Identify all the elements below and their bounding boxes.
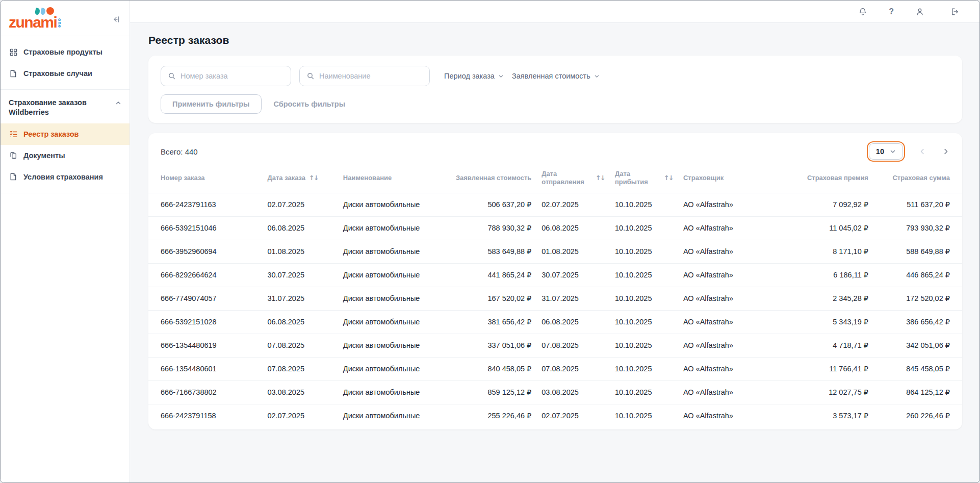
table-cell: 01.08.2025 (536, 240, 610, 263)
table-cell: 666-7166738802 (148, 380, 262, 404)
table-cell: 10.10.2025 (610, 263, 678, 287)
table-row[interactable]: 666-242379115802.07.2025Диски автомобиль… (148, 404, 962, 427)
list-check-icon (9, 130, 18, 138)
name-input[interactable] (319, 72, 423, 80)
table-row[interactable]: 666-135448060107.08.2025Диски автомобиль… (148, 357, 962, 380)
column-header[interactable]: Дата заказа↑↓ (262, 167, 338, 193)
sort-arrows-icon[interactable]: ↑↓ (664, 174, 673, 182)
logout-button[interactable] (950, 7, 959, 16)
table-cell: АО «Alfastrah» (678, 193, 779, 216)
sidebar-item-insurance-products[interactable]: Страховые продукты (1, 41, 130, 63)
table-cell: 3 573,17 ₽ (779, 404, 873, 427)
table-cell: Диски автомобильные (338, 216, 450, 240)
total-count: Всего: 440 (161, 147, 198, 156)
chevron-up-icon (115, 100, 121, 106)
table-body: 666-242379116302.07.2025Диски автомобиль… (148, 193, 962, 427)
table-cell: 666-2423791163 (148, 193, 262, 216)
sidebar: zunami one Страховые проду (1, 1, 130, 482)
table-cell: 840 458,05 ₽ (450, 357, 536, 380)
table-row[interactable]: 666-716673880203.08.2025Диски автомобиль… (148, 380, 962, 404)
logo-suffix: one (57, 18, 62, 28)
logo-drops-icon (35, 7, 54, 15)
order-number-input[interactable] (180, 72, 284, 80)
sidebar-item-insurance-cases[interactable]: Страховые случаи (1, 63, 130, 84)
sidebar-item-label: Документы (23, 151, 65, 160)
sidebar-header: zunami one (1, 1, 130, 36)
table-row[interactable]: 666-135448061907.08.2025Диски автомобиль… (148, 334, 962, 357)
table-row[interactable]: 666-774907405731.07.2025Диски автомобиль… (148, 287, 962, 310)
sidebar-item-documents[interactable]: Документы (1, 145, 130, 166)
sidebar-section-wildberries[interactable]: Страхование заказов Wildberries (1, 90, 130, 122)
table-cell: АО «Alfastrah» (678, 357, 779, 380)
table-cell: 06.08.2025 (536, 310, 610, 334)
notifications-button[interactable] (858, 7, 867, 16)
table-cell: АО «Alfastrah» (678, 263, 779, 287)
apply-filters-button[interactable]: Применить фильтры (161, 94, 262, 114)
table-row[interactable]: 666-242379116302.07.2025Диски автомобиль… (148, 193, 962, 216)
column-header-label: Заявленная стоимость (456, 174, 531, 182)
orders-table-panel: Всего: 440 10 (148, 133, 962, 429)
bell-icon (858, 7, 867, 16)
order-period-dropdown[interactable]: Период заказа (444, 72, 504, 80)
table-cell: 02.07.2025 (262, 404, 338, 427)
previous-page-button[interactable] (918, 147, 926, 156)
table-cell: 666-2423791158 (148, 404, 262, 427)
table-cell: 666-5392151028 (148, 310, 262, 334)
column-header: Номер заказа (148, 167, 262, 193)
reset-filters-button[interactable]: Сбросить фильтры (269, 100, 351, 108)
table-row[interactable]: 666-539215104606.08.2025Диски автомобиль… (148, 216, 962, 240)
search-icon (168, 72, 176, 80)
sort-arrows-icon[interactable]: ↑↓ (596, 174, 605, 182)
table-cell: Диски автомобильные (338, 404, 450, 427)
table-cell: 10.10.2025 (610, 310, 678, 334)
table-cell: 788 930,32 ₽ (450, 216, 536, 240)
column-header-label: Страховая сумма (892, 174, 950, 182)
chevron-down-icon (498, 73, 504, 79)
table-row[interactable]: 666-395296069401.08.2025Диски автомобиль… (148, 240, 962, 263)
sidebar-collapse-button[interactable] (111, 15, 120, 24)
sort-arrows-icon[interactable]: ↑↓ (309, 174, 318, 182)
table-cell: 10.10.2025 (610, 404, 678, 427)
page-title: Реестр заказов (148, 34, 962, 46)
table-cell: 03.08.2025 (262, 380, 338, 404)
table-cell: 255 226,46 ₽ (450, 404, 536, 427)
user-icon (915, 7, 924, 16)
column-header: Страховщик (678, 167, 779, 193)
column-header-label: Наименование (343, 174, 392, 182)
chevron-left-icon (918, 147, 926, 156)
dropdown-label: Период заказа (444, 72, 495, 80)
question-icon: ? (889, 7, 894, 16)
declared-value-dropdown[interactable]: Заявленная стоимость (512, 72, 600, 80)
table-row[interactable]: 666-829266462430.07.2025Диски автомобиль… (148, 263, 962, 287)
column-header: Заявленная стоимость (450, 167, 536, 193)
table-row[interactable]: 666-539215102806.08.2025Диски автомобиль… (148, 310, 962, 334)
table-cell: Диски автомобильные (338, 380, 450, 404)
page-size-select[interactable]: 10 (869, 143, 903, 160)
sidebar-section-title: Страхование заказов Wildberries (9, 98, 103, 117)
profile-button[interactable] (915, 7, 924, 16)
sidebar-item-order-registry[interactable]: Реестр заказов (1, 123, 130, 145)
table-cell: 6 186,11 ₽ (779, 263, 873, 287)
sidebar-item-insurance-terms[interactable]: Условия страхования (1, 166, 130, 188)
next-page-button[interactable] (942, 147, 950, 156)
table-cell: 588 649,88 ₽ (873, 240, 962, 263)
table-cell: АО «Alfastrah» (678, 287, 779, 310)
table-cell: 666-7749074057 (148, 287, 262, 310)
table-cell: 506 637,20 ₽ (450, 193, 536, 216)
column-header[interactable]: Дата прибытия↑↓ (610, 167, 678, 193)
column-header: Страховая премия (779, 167, 873, 193)
table-cell: 666-3952960694 (148, 240, 262, 263)
table-cell: АО «Alfastrah» (678, 404, 779, 427)
table-cell: 01.08.2025 (262, 240, 338, 263)
column-header[interactable]: Дата отправления↑↓ (536, 167, 610, 193)
logout-icon (950, 7, 959, 16)
table-cell: Диски автомобильные (338, 240, 450, 263)
chevron-down-icon (890, 148, 896, 155)
table-cell: 260 226,46 ₽ (873, 404, 962, 427)
table-cell: Диски автомобильные (338, 334, 450, 357)
help-button[interactable]: ? (889, 7, 894, 16)
table-cell: 12 027,75 ₽ (779, 380, 873, 404)
topbar: ? (130, 1, 979, 23)
order-number-search (161, 66, 291, 86)
table-cell: 07.08.2025 (262, 357, 338, 380)
